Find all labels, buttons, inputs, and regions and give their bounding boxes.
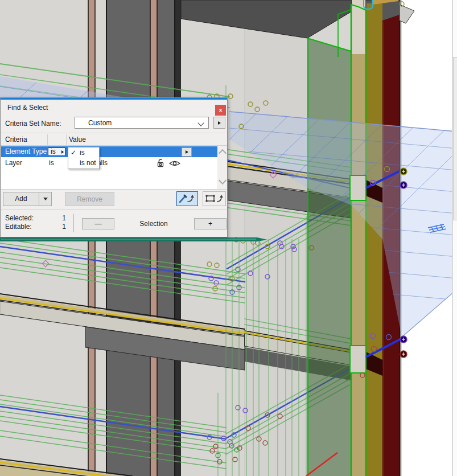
dialog-title: Find & Select [7, 104, 48, 112]
deselect-button[interactable]: — [82, 218, 114, 229]
marquee-select-button[interactable] [203, 191, 226, 206]
right-arrow-icon [186, 150, 188, 154]
operator-combobox[interactable]: is [48, 147, 65, 156]
value-flyout-button[interactable] [182, 147, 192, 157]
selected-label: Selected: [5, 214, 34, 222]
criteria-set-combobox[interactable]: Custom [75, 117, 209, 129]
editable-label: Editable: [5, 223, 32, 231]
marquee-icon [205, 193, 224, 204]
divider [73, 214, 74, 232]
operator-value: is [51, 147, 56, 155]
checkmark-icon: ✓ [71, 147, 76, 158]
criteria-row-element-type[interactable]: Element Type is [1, 146, 217, 157]
eyedropper-icon [178, 193, 196, 204]
column-header-value: Value [69, 136, 86, 143]
remove-button[interactable]: Remove [65, 192, 114, 206]
selection-label: Selection [117, 220, 191, 228]
3d-viewport[interactable] [0, 0, 457, 476]
scroll-up-icon[interactable] [219, 149, 227, 157]
criteria-list: Element Type is Layer is Walls [1, 146, 217, 189]
pick-up-settings-button[interactable] [176, 191, 198, 206]
down-arrow-icon [43, 198, 48, 200]
add-button[interactable]: Add [3, 192, 52, 206]
list-scrollbar[interactable] [219, 146, 227, 189]
criteria-name: Element Type [5, 146, 47, 157]
operator-dropdown-menu: ✓ is is not [68, 147, 100, 169]
right-arrow-icon [218, 121, 221, 125]
selected-value: 1 [49, 214, 66, 222]
scroll-down-icon[interactable] [219, 177, 227, 184]
menu-item-label: is not [80, 158, 96, 168]
criteria-set-label: Criteria Set Name: [5, 120, 61, 128]
operator-value: is [49, 158, 54, 169]
criteria-row-layer[interactable]: Layer is Walls [1, 158, 217, 169]
select-plus-button[interactable]: + [194, 218, 227, 229]
right-arrow-icon [61, 150, 64, 154]
add-button-label: Add [3, 192, 39, 206]
viewport-scrollbar[interactable] [452, 0, 457, 476]
column-header-criteria: Criteria [5, 136, 27, 143]
dialog-accent-bar [1, 98, 227, 100]
criteria-name: Layer [5, 158, 22, 169]
editable-value: 1 [49, 223, 66, 231]
menu-item-label: is [80, 147, 85, 158]
menu-item-is-not[interactable]: is not [68, 158, 99, 168]
chevron-down-icon [197, 120, 204, 126]
eye-icon [168, 159, 182, 168]
criteria-set-flyout-button[interactable] [213, 117, 225, 129]
viewport-scrollbar-thumb[interactable] [453, 57, 457, 220]
menu-item-is[interactable]: ✓ is [68, 147, 99, 158]
add-dropdown-arrow[interactable] [39, 192, 51, 206]
criteria-set-value: Custom [88, 119, 112, 127]
unlocked-icon [155, 159, 165, 168]
close-button[interactable]: x [215, 105, 226, 116]
find-select-dialog: Find & Select x Criteria Set Name: Custo… [0, 97, 228, 237]
